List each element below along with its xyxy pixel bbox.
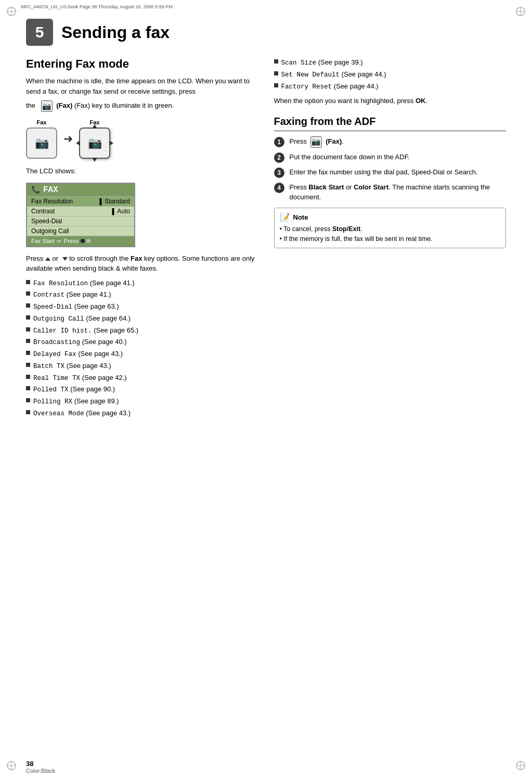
lcd-outgoing-call-label: Outgoing Call [31,227,69,235]
corner-mark-tl [6,6,17,17]
step-3-text: Enter the fax number using the dial pad,… [290,167,507,177]
corner-mark-br [515,760,526,771]
step-3-circle: 3 [274,168,284,178]
note-body: • To cancel, press Stop/Exit. • If the m… [280,224,501,244]
list-item: Batch TX (See page 43.) [26,361,258,372]
bullet-square [26,315,30,320]
note-bullet-2: • If the memory is full, the fax will be… [280,234,501,244]
fax-arrow-up-icon [92,124,97,129]
lcd-shows-label: The LCD shows: [26,166,258,176]
list-item: Scan Size (See page 39.) [274,57,507,68]
list-item: Caller ID hist. (See page 65.) [26,325,258,336]
color-label: Color:Black [26,768,55,774]
note-title: 📝 Note [280,212,501,222]
right-column: Scan Size (See page 39.) Set New Default… [274,57,507,423]
step-4-circle: 4 [274,183,284,193]
corner-mark-bl [6,760,17,771]
triangle-down-icon [62,257,68,261]
steps-list: 1 Press 📷 (Fax). 2 Put the document face… [274,136,507,202]
bullet-square [26,398,30,402]
fax-key-instruction-line: the 📷 (Fax) (Fax) key to illuminate it i… [26,100,258,112]
list-item: Broadcasting (See page 40.) [26,337,258,348]
list-item: Polled TX (See page 90.) [26,384,258,395]
step-2: 2 Put the document face down in the ADF. [274,152,507,163]
bullet-square [26,410,30,414]
step-3: 3 Enter the fax number using the dial pa… [274,167,507,178]
step-4: 4 Press Black Start or Color Start. The … [274,182,507,202]
dot-gray [86,239,90,243]
fax-key-inline: 📷 [41,100,53,112]
fax-button-before: 📷 [26,128,57,159]
fax-arrow-left-icon [76,141,80,146]
corner-mark-tr [515,6,526,17]
options-list: Fax Resolution (See page 41.) Contrast (… [26,278,258,419]
lcd-row-outgoing-call: Outgoing Call [27,226,134,236]
bullet-square [26,351,30,355]
step-4-text: Press Black Start or Color Start. The ma… [290,182,507,202]
bullet-square [26,386,30,390]
bullet-square [26,339,30,343]
fax-arrow-right-icon [109,141,113,146]
note-box: 📝 Note • To cancel, press Stop/Exit. • I… [274,208,507,249]
fax-key-ref: 📷 [310,136,322,148]
section-divider [274,131,507,131]
list-item: Real Time TX (See page 42.) [26,373,258,384]
step-2-circle: 2 [274,152,284,163]
phone-icon: 📞 [31,185,40,194]
bullet-square [274,71,278,75]
step-1: 1 Press 📷 (Fax). [274,136,507,148]
dot-black [81,239,85,243]
intro-text: When the machine is idle, the time appea… [26,76,258,96]
fax-button-after: 📷 [79,128,110,159]
fax-key-icon-step1: 📷 [310,136,322,148]
bullet-square [274,59,278,63]
bullet-square [26,327,30,332]
list-item: Polling RX (See page 89.) [26,396,258,407]
lcd-header: 📞 FAX [27,184,134,196]
chapter-header: 5 Sending a fax [26,19,170,46]
list-item: Delayed Fax (See page 43.) [26,349,258,360]
chapter-title: Sending a fax [61,23,170,42]
triangle-up-icon [45,257,50,261]
lcd-header-text: FAX [43,185,58,195]
bullet-square [26,280,30,284]
lcd-footer: Fax Start ⇒ Press [27,236,134,246]
list-item: Factory Reset (See page 44.) [274,81,507,92]
list-item: Speed-Dial (See page 63.) [26,301,258,312]
step-1-circle: 1 [274,137,284,147]
fax-key-icon: 📷 [41,100,53,112]
content-area: Entering Fax mode When the machine is id… [26,57,506,423]
lcd-row-contrast: Contrast ▌Auto [27,206,134,216]
list-item: Overseas Mode (See page 43.) [26,408,258,419]
lcd-fax-resolution-label: Fax Resolution [31,198,73,205]
lcd-fax-resolution-value: ▌Standard [100,198,131,205]
list-item: Outgoing Call (See page 64.) [26,313,258,324]
fax-adf-heading: Faxing from the ADF [274,116,507,128]
list-item: Fax Resolution (See page 41.) [26,278,258,289]
list-item: Contrast (See page 41.) [26,289,258,300]
list-item: Set New Default (See page 44.) [274,69,507,80]
lcd-row-fax-resolution: Fax Resolution ▌Standard [27,196,134,206]
lcd-contrast-label: Contrast [31,208,55,215]
step-1-text: Press 📷 (Fax). [290,136,507,148]
scroll-instruction: Press or to scroll through the Fax key o… [26,253,258,274]
left-column: Entering Fax mode When the machine is id… [26,57,258,423]
fax-arrow-down-icon [92,158,97,162]
highlight-instruction: When the option you want is highlighted,… [274,96,507,106]
step-2-text: Put the document face down in the ADF. [290,152,507,162]
fax-adf-section: Faxing from the ADF 1 Press 📷 (Fax). 2 P [274,116,507,249]
page-number: 38 [26,760,33,768]
fax-illustration: Fax 📷 ➜ Fax 📷 [26,119,258,159]
note-icon: 📝 [280,212,290,222]
arrow-right-icon: ➜ [63,132,73,146]
bullet-square [26,375,30,379]
section-heading-entering-fax: Entering Fax mode [26,57,258,71]
lcd-contrast-value: ▌Auto [112,208,130,215]
bullet-square [26,363,30,367]
options-continued-list: Scan Size (See page 39.) Set New Default… [274,57,507,92]
meta-line: MFC_440CN_UG_US.book Page 38 Thursday, A… [21,4,173,9]
lcd-row-speed-dial: Speed-Dial [27,216,134,226]
chapter-number: 5 [26,19,53,46]
lcd-display: 📞 FAX Fax Resolution ▌Standard Contrast … [26,183,135,247]
note-bullet-1: • To cancel, press Stop/Exit. [280,224,501,234]
